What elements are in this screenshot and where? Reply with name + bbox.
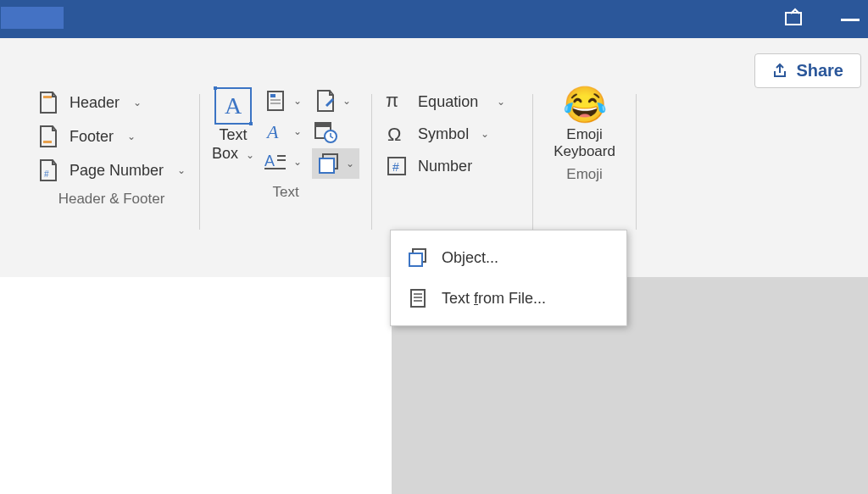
share-icon [772,63,789,80]
number-label: Number [418,158,472,175]
textbox-label-1: Text [220,126,248,143]
date-time-button[interactable] [312,118,359,145]
svg-rect-5 [270,99,281,101]
chevron-down-icon: ⌄ [342,95,351,107]
separator [636,94,637,230]
svg-text:A: A [264,153,275,169]
drop-cap-icon: A [264,150,288,174]
wordart-button[interactable]: A ⌄ [263,118,303,145]
document-page[interactable] [0,277,392,494]
object-dropdown-menu: Object... Text from File... [390,230,627,326]
symbols-group: π Equation ⌄ Ω Symbol ⌄ # [372,87,532,201]
header-footer-group-label: Header & Footer [58,191,165,208]
object-menu-item[interactable]: Object... [391,237,626,278]
equation-icon: π [386,90,409,114]
symbol-label: Symbol [418,125,469,143]
emoji-keyboard-button[interactable]: 😂 Emoji Keyboard [554,87,615,161]
header-label: Header [70,94,120,112]
svg-rect-9 [277,155,286,157]
chevron-down-icon: ⌄ [481,128,489,140]
chevron-down-icon: ⌄ [127,130,136,142]
svg-rect-22 [409,253,422,266]
signature-line-icon [314,89,337,113]
svg-rect-0 [43,96,52,98]
svg-rect-23 [411,290,425,307]
equation-button[interactable]: π Equation ⌄ [384,87,507,116]
quick-parts-button[interactable]: ⌄ [263,87,303,114]
page-number-label: Page Number [70,162,164,180]
header-button[interactable]: Header ⌄ [36,87,187,118]
object-icon [408,247,428,268]
emoji-group: 😂 Emoji Keyboard Emoji [533,87,636,183]
svg-text:A: A [265,121,279,142]
number-icon: # [386,154,409,178]
page-number-icon: # [37,158,59,182]
drop-cap-button[interactable]: A ⌄ [263,148,303,175]
ribbon-display-options-icon[interactable] [785,12,802,25]
header-icon [37,91,59,114]
title-highlight [1,7,64,29]
footer-label: Footer [70,128,114,146]
emoji-label-1: Emoji [566,126,603,142]
svg-text:π: π [386,90,398,111]
object-button[interactable]: ⌄ [312,148,359,179]
symbol-button[interactable]: Ω Symbol ⌄ [384,119,507,148]
svg-rect-1 [43,141,52,143]
minimize-button[interactable] [841,19,860,21]
chevron-down-icon: ⌄ [133,97,142,108]
share-label: Share [796,61,843,80]
footer-button[interactable]: Footer ⌄ [36,121,187,152]
svg-rect-4 [270,94,275,97]
ribbon-groups: Header ⌄ Footer ⌄ # [0,38,868,230]
chevron-down-icon: ⌄ [293,95,302,107]
equation-label: Equation [418,93,478,111]
quick-parts-icon [264,89,288,113]
emoji-face-icon: 😂 [563,87,607,123]
text-box-button[interactable]: A Text Box ⌄ [212,87,254,163]
textbox-label-2: Box [212,145,238,162]
text-group: A Text Box ⌄ ⌄ [200,87,371,201]
text-from-file-menu-item[interactable]: Text from File... [391,278,626,319]
number-button[interactable]: # Number [384,152,507,180]
object-icon [317,152,341,175]
signature-line-button[interactable]: ⌄ [312,87,359,114]
page-number-button[interactable]: # Page Number ⌄ [36,155,187,186]
share-button[interactable]: Share [754,53,861,88]
svg-rect-10 [277,159,286,161]
chevron-down-icon: ⌄ [177,164,186,176]
chevron-down-icon: ⌄ [293,156,302,168]
text-box-icon: A [214,87,252,125]
text-group-label: Text [272,184,298,201]
chevron-down-icon: ⌄ [497,96,505,108]
svg-text:#: # [392,160,399,174]
emoji-group-label: Emoji [566,166,603,183]
svg-text:#: # [44,169,49,179]
svg-rect-11 [264,168,286,169]
emoji-label-2: Keyboard [554,143,615,159]
svg-rect-6 [270,103,281,104]
text-from-file-label: Text from File... [442,290,546,308]
header-footer-group: Header ⌄ Footer ⌄ # [24,87,199,208]
svg-rect-13 [315,123,331,127]
footer-icon [37,125,59,148]
object-menu-label: Object... [442,249,498,267]
symbol-icon: Ω [386,122,409,146]
wordart-icon: A [264,119,288,143]
title-bar [0,0,868,38]
svg-text:Ω: Ω [387,124,401,145]
chevron-down-icon: ⌄ [293,125,302,137]
svg-rect-16 [320,158,334,173]
chevron-down-icon: ⌄ [346,158,354,169]
date-time-icon [314,119,337,143]
text-file-icon [408,288,428,308]
chevron-down-icon: ⌄ [246,149,254,161]
